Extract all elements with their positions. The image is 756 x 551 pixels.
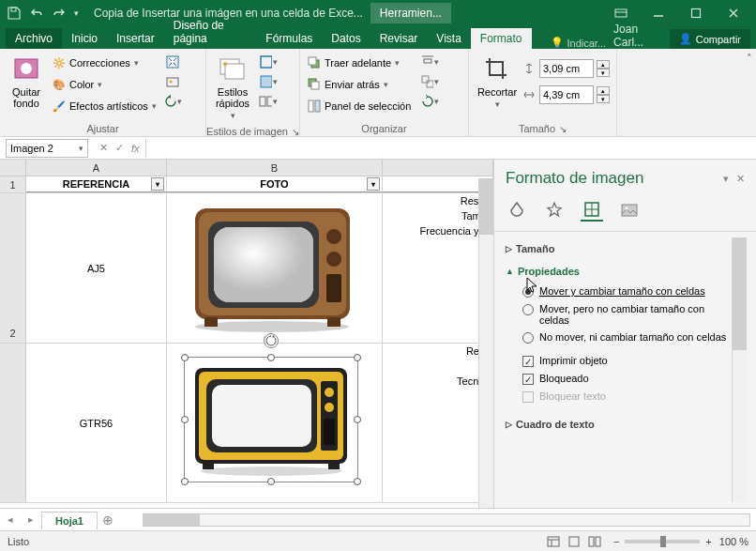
zoom-thumb[interactable] bbox=[660, 536, 666, 547]
save-button[interactable] bbox=[4, 3, 24, 23]
share-button[interactable]: 👤Compartir bbox=[670, 29, 750, 49]
radio-move-resize[interactable]: Mover y cambiar tamaño con celdas bbox=[522, 283, 730, 300]
maximize-button[interactable] bbox=[677, 0, 715, 26]
pane-close-icon[interactable]: ✕ bbox=[736, 173, 745, 185]
section-textbox[interactable]: ▷Cuadro de texto bbox=[506, 419, 730, 430]
name-box[interactable]: Imagen 2▾ bbox=[6, 139, 88, 158]
corrections-button[interactable]: 🔆Correcciones▾ bbox=[49, 53, 159, 73]
tab-review[interactable]: Revisar bbox=[370, 28, 428, 49]
tell-me-input[interactable]: 💡Indicar... bbox=[551, 37, 607, 49]
redo-button[interactable] bbox=[49, 3, 69, 23]
group-button[interactable]: ▾ bbox=[420, 72, 439, 91]
cell-a1[interactable]: REFERENCIA▾ bbox=[26, 176, 167, 192]
formula-input[interactable] bbox=[145, 139, 756, 158]
crop-button[interactable]: Recortar▾ bbox=[473, 53, 522, 111]
close-button[interactable] bbox=[715, 0, 752, 26]
section-properties[interactable]: ▲Propiedades bbox=[506, 266, 730, 277]
tab-format[interactable]: Formato bbox=[471, 28, 532, 49]
row-header-2[interactable]: 2 bbox=[0, 193, 26, 343]
horizontal-scrollbar[interactable] bbox=[143, 513, 750, 527]
cell-b2[interactable] bbox=[167, 193, 383, 343]
add-sheet-button[interactable]: ⊕ bbox=[98, 513, 118, 528]
cell-c3[interactable]: Resol Tar Tecnolo P bbox=[383, 344, 493, 502]
cancel-icon[interactable]: ✕ bbox=[99, 142, 108, 154]
pane-options-icon[interactable]: ▾ bbox=[723, 173, 729, 185]
radio-move-no-resize[interactable]: Mover, pero no cambiar tamaño con celdas bbox=[522, 300, 730, 329]
filter-button[interactable]: ▾ bbox=[367, 177, 380, 191]
grid[interactable]: 1 REFERENCIA▾ FOTO▾ 2 AJ5 Resolu Tamañ F… bbox=[0, 176, 493, 508]
cell-c1[interactable] bbox=[383, 176, 493, 192]
check-print-object[interactable]: ✓Imprimir objeto bbox=[522, 352, 730, 370]
dialog-launcher-icon[interactable]: ↘ bbox=[559, 124, 567, 134]
tab-data[interactable]: Datos bbox=[322, 28, 370, 49]
height-input[interactable]: 3,09 cm bbox=[539, 59, 594, 78]
height-up[interactable]: ▴ bbox=[597, 60, 610, 69]
cell-c2[interactable]: Resolu Tamañ Frecuencia y Te P 3 bbox=[383, 193, 493, 343]
picture-effects-button[interactable]: ▾ bbox=[259, 72, 278, 91]
scroll-thumb[interactable] bbox=[144, 514, 200, 526]
tab-nav-prev[interactable]: ◂ bbox=[0, 513, 21, 526]
tab-view[interactable]: Vista bbox=[427, 28, 470, 49]
row-header-1[interactable]: 1 bbox=[0, 176, 26, 192]
filter-button[interactable]: ▾ bbox=[151, 177, 164, 191]
height-down[interactable]: ▾ bbox=[597, 69, 610, 77]
col-header-b[interactable]: B bbox=[167, 160, 383, 176]
compress-picture-button[interactable] bbox=[163, 53, 182, 71]
tab-pagelayout[interactable]: Diseño de página bbox=[164, 15, 257, 49]
rotate-button[interactable]: ▾ bbox=[420, 92, 439, 111]
col-header-c[interactable] bbox=[383, 160, 493, 176]
artistic-effects-button[interactable]: 🖌️Efectos artísticos▾ bbox=[49, 96, 159, 116]
col-header-a[interactable]: A bbox=[26, 160, 167, 176]
zoom-slider[interactable] bbox=[625, 540, 700, 543]
collapse-ribbon-icon[interactable]: ˄ bbox=[747, 53, 752, 65]
picture-layout-button[interactable]: ▾ bbox=[259, 92, 278, 111]
zoom-out-button[interactable]: − bbox=[613, 536, 619, 547]
change-picture-button[interactable] bbox=[163, 72, 182, 91]
scroll-thumb[interactable] bbox=[733, 237, 747, 350]
tab-insert[interactable]: Insertar bbox=[107, 28, 164, 49]
pane-scrollbar[interactable] bbox=[732, 237, 747, 502]
zoom-level[interactable]: 100 % bbox=[719, 536, 748, 547]
quick-styles-button[interactable]: Estilos rápidos▾ bbox=[210, 53, 255, 122]
tab-home[interactable]: Inicio bbox=[62, 28, 107, 49]
reset-picture-button[interactable]: ▾ bbox=[163, 92, 182, 111]
enter-icon[interactable]: ✓ bbox=[115, 142, 124, 154]
effects-icon[interactable] bbox=[543, 199, 566, 222]
selection-handles[interactable] bbox=[184, 357, 358, 482]
cell-a2[interactable]: AJ5 bbox=[26, 193, 167, 343]
cell-b1[interactable]: FOTO▾ bbox=[167, 176, 383, 192]
section-size[interactable]: ▷Tamaño bbox=[506, 243, 730, 254]
vertical-scrollbar[interactable] bbox=[478, 178, 493, 508]
scroll-thumb[interactable] bbox=[479, 178, 493, 235]
select-all-corner[interactable] bbox=[0, 160, 26, 176]
sheet-tab[interactable]: Hoja1 bbox=[41, 512, 98, 529]
selection-pane-button[interactable]: Panel de selección bbox=[304, 96, 416, 116]
width-up[interactable]: ▴ bbox=[597, 86, 610, 95]
row-header-3[interactable] bbox=[0, 344, 26, 502]
dialog-launcher-icon[interactable]: ↘ bbox=[292, 127, 299, 137]
tab-file[interactable]: Archivo bbox=[6, 28, 62, 49]
rotate-handle[interactable] bbox=[264, 333, 279, 348]
cell-b3[interactable] bbox=[167, 344, 383, 502]
picture-border-button[interactable]: ▾ bbox=[259, 53, 278, 71]
qat-customize-icon[interactable]: ▾ bbox=[71, 3, 81, 23]
view-normal-icon[interactable] bbox=[544, 533, 563, 550]
remove-background-button[interactable]: Quitar fondo bbox=[4, 53, 49, 111]
view-pagebreak-icon[interactable] bbox=[585, 533, 604, 550]
width-input[interactable]: 4,39 cm bbox=[539, 85, 594, 104]
bring-forward-button[interactable]: Traer adelante▾ bbox=[304, 53, 416, 73]
picture-icon[interactable] bbox=[618, 199, 641, 222]
tab-formulas[interactable]: Fórmulas bbox=[256, 28, 322, 49]
fx-icon[interactable]: fx bbox=[131, 143, 140, 154]
view-layout-icon[interactable] bbox=[565, 533, 583, 550]
radio-no-move-no-resize[interactable]: No mover, ni cambiar tamaño con celdas bbox=[522, 329, 730, 346]
check-locked[interactable]: ✓Bloqueado bbox=[522, 370, 730, 388]
align-button[interactable]: ▾ bbox=[420, 53, 439, 71]
zoom-in-button[interactable]: + bbox=[705, 536, 711, 547]
undo-button[interactable] bbox=[26, 3, 47, 23]
user-label[interactable]: Joan Carl... bbox=[606, 23, 670, 49]
tab-nav-next[interactable]: ▸ bbox=[21, 513, 41, 526]
color-button[interactable]: 🎨Color▾ bbox=[49, 74, 159, 95]
send-backward-button[interactable]: Enviar atrás▾ bbox=[304, 74, 416, 95]
cell-a3[interactable]: GTR56 bbox=[26, 344, 167, 502]
